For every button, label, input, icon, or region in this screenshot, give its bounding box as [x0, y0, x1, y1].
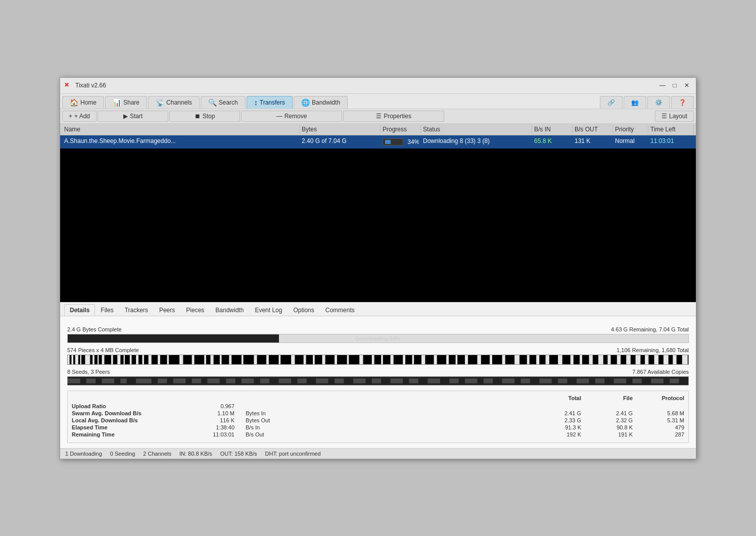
svg-rect-82 — [335, 378, 344, 383]
window-controls: — □ ✕ — [657, 80, 692, 90]
stop-button[interactable]: ⏹ Stop — [169, 111, 240, 122]
svg-rect-78 — [260, 378, 269, 383]
add-button[interactable]: + + Add — [62, 111, 97, 122]
tab-eventlog[interactable]: Event Log — [249, 304, 288, 316]
tab-files[interactable]: Files — [95, 304, 119, 316]
svg-rect-18 — [179, 355, 183, 364]
close-button[interactable]: ✕ — [682, 80, 692, 90]
upload-ratio-file — [582, 403, 633, 409]
stats-row-local: Local Avg. Download B/s 116 K Bytes Out … — [72, 417, 684, 423]
torrent-bytes-cell: 2.40 G of 7.04 G — [300, 136, 381, 148]
svg-rect-6 — [92, 355, 94, 364]
stats-section: Total File Protocol Upload Ratio 0.967 S… — [67, 391, 689, 443]
nav-home[interactable]: 🏠 Home — [62, 96, 104, 109]
stats-header-row: Total File Protocol — [72, 395, 684, 401]
tab-trackers[interactable]: Trackers — [119, 304, 154, 316]
tab-options[interactable]: Options — [288, 304, 319, 316]
nav-home-label: Home — [80, 99, 97, 106]
svg-rect-58 — [617, 355, 621, 364]
col-bsout: B/s OUT — [573, 125, 613, 134]
properties-button[interactable]: ☰ Properties — [343, 111, 444, 122]
maximize-button[interactable]: □ — [670, 80, 680, 90]
bytes-complete-label: 2.4 G Bytes Complete — [67, 326, 122, 332]
svg-rect-71 — [136, 378, 152, 383]
svg-rect-95 — [577, 378, 589, 383]
local-val: 116 K — [174, 417, 234, 423]
status-bar: 1 Downloading 0 Seeding 2 Channels IN: 8… — [60, 448, 696, 459]
tab-details[interactable]: Details — [64, 304, 95, 316]
pieces-section: 574 Pieces x 4 MB Complete 1,106 Remaini… — [67, 347, 689, 365]
svg-rect-35 — [372, 355, 374, 364]
nav-search[interactable]: 🔍 Search — [201, 96, 246, 109]
svg-rect-11 — [124, 355, 125, 364]
elapsed-total: 91.3 K — [521, 424, 581, 430]
svg-rect-89 — [465, 378, 478, 383]
status-channels: 2 Channels — [143, 451, 171, 457]
transfers-icon: ↕ — [254, 99, 258, 107]
status-out: OUT: 158 KB/s — [220, 451, 257, 457]
stats-row-swarm: Swarm Avg. Download B/s 1.10 M Bytes In … — [72, 410, 684, 416]
transfer-list[interactable]: A.Shaun.the.Sheep.Movie.Farmageddo... 2.… — [60, 135, 696, 302]
minimize-button[interactable]: — — [657, 80, 668, 90]
nav-users-btn[interactable]: 👥 — [624, 96, 646, 109]
remove-label: Remove — [285, 113, 307, 120]
available-copies: 7.867 Available Copies — [632, 369, 689, 375]
elapsed-label2: B/s In — [235, 424, 519, 430]
nav-help-btn[interactable]: ❓ — [671, 96, 694, 109]
tab-bandwidth[interactable]: Bandwidth — [210, 304, 249, 316]
home-icon: 🏠 — [70, 99, 78, 107]
table-row[interactable]: A.Shaun.the.Sheep.Movie.Farmageddo... 2.… — [60, 135, 696, 149]
svg-rect-25 — [254, 355, 257, 364]
svg-rect-62 — [654, 355, 658, 364]
torrent-name-cell: A.Shaun.the.Sheep.Movie.Farmageddo... — [62, 136, 300, 148]
elapsed-val: 1:38:40 — [174, 424, 234, 430]
detail-panel: 2.4 G Bytes Complete 4.63 G Remaining, 7… — [60, 316, 696, 448]
svg-rect-15 — [149, 355, 152, 364]
svg-rect-37 — [391, 355, 394, 364]
svg-rect-59 — [626, 355, 631, 364]
nav-transfers[interactable]: ↕ Transfers — [247, 96, 293, 109]
layout-button[interactable]: ☰ Layout — [655, 111, 694, 122]
col-bsin: B/s IN — [532, 125, 573, 134]
svg-rect-65 — [682, 355, 688, 364]
start-button[interactable]: ▶ Start — [98, 111, 168, 122]
svg-rect-67 — [68, 378, 80, 383]
upload-ratio-total — [521, 403, 581, 409]
seeds-bar — [67, 376, 689, 385]
svg-rect-20 — [204, 355, 206, 364]
stop-label: Stop — [203, 113, 215, 120]
svg-rect-24 — [242, 355, 244, 364]
seeds-visualization — [68, 377, 688, 385]
upload-ratio-label2 — [235, 403, 519, 409]
svg-rect-64 — [673, 355, 676, 364]
nav-channels[interactable]: 📡 Channels — [148, 96, 200, 109]
svg-rect-50 — [536, 355, 539, 364]
nav-connections-btn[interactable]: 🔗 — [600, 96, 623, 109]
tab-peers[interactable]: Peers — [154, 304, 180, 316]
big-progress-fill — [68, 334, 279, 343]
svg-rect-63 — [664, 355, 669, 364]
tab-pieces[interactable]: Pieces — [180, 304, 210, 316]
local-label2: Bytes Out — [235, 417, 519, 423]
layout-label: Layout — [669, 113, 687, 120]
tab-comments[interactable]: Comments — [320, 304, 360, 316]
svg-rect-10 — [117, 355, 120, 364]
users-icon: 👥 — [631, 99, 639, 106]
svg-rect-84 — [372, 378, 381, 383]
svg-rect-40 — [421, 355, 425, 364]
stats-row-elapsed: Elapsed Time 1:38:40 B/s In 91.3 K 90.8 … — [72, 424, 684, 430]
svg-rect-57 — [607, 355, 610, 364]
remove-button[interactable]: — Remove — [241, 111, 342, 122]
nav-settings-btn[interactable]: ⚙️ — [647, 96, 670, 109]
svg-rect-53 — [571, 355, 574, 364]
nav-bandwidth[interactable]: 🌐 Bandwidth — [294, 96, 348, 109]
svg-rect-16 — [158, 355, 160, 364]
svg-rect-9 — [111, 355, 113, 364]
remaining-time-label: Remaining Time — [72, 431, 173, 437]
svg-rect-92 — [521, 378, 530, 383]
main-window: ✖ Tixati v2.66 — □ ✕ 🏠 Home 📊 Share 📡 Ch… — [60, 77, 696, 459]
pieces-visualization — [68, 355, 688, 364]
detail-tabs: Details Files Trackers Peers Pieces Band… — [60, 302, 696, 316]
help-icon: ❓ — [679, 99, 686, 106]
nav-share[interactable]: 📊 Share — [105, 96, 147, 109]
